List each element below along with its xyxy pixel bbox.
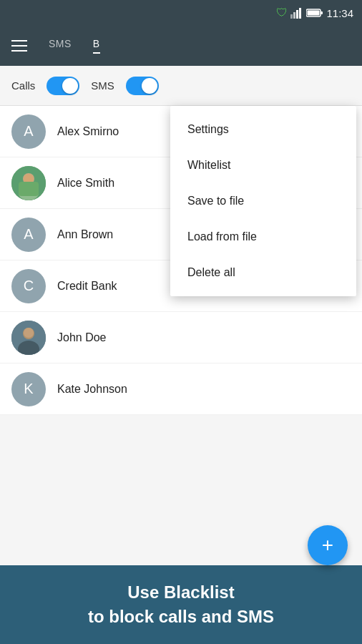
- contact-name-john: John Doe: [57, 331, 107, 344]
- avatar-kate: K: [11, 372, 46, 406]
- avatar-credit: C: [11, 269, 46, 303]
- fab-plus-icon: +: [322, 535, 333, 555]
- svg-point-15: [24, 328, 34, 338]
- svg-rect-3: [299, 8, 301, 19]
- bottom-banner: Use Blacklist to block calls and SMS: [0, 565, 362, 644]
- sms-label: SMS: [91, 79, 114, 92]
- tab-container: SMS B: [49, 38, 100, 54]
- svg-rect-1: [293, 12, 295, 19]
- battery-icon: [306, 8, 323, 18]
- avatar-ann: A: [11, 218, 46, 252]
- menu-item-load[interactable]: Load from file: [170, 219, 356, 255]
- contact-item-kate[interactable]: K Kate Johnson: [0, 364, 362, 415]
- menu-item-settings[interactable]: Settings: [170, 112, 356, 147]
- banner-line2: to block calls and SMS: [88, 607, 274, 626]
- banner-text: Use Blacklist to block calls and SMS: [88, 580, 274, 628]
- avatar-alice: [11, 166, 46, 200]
- banner-line1: Use Blacklist: [127, 582, 234, 602]
- menu-item-whitelist[interactable]: Whitelist: [170, 147, 356, 183]
- signal-icon: [290, 7, 303, 19]
- fab-button[interactable]: +: [308, 525, 348, 565]
- toolbar: SMS B: [0, 26, 362, 66]
- status-bar: 🛡 11:34: [0, 0, 362, 26]
- tab-sms[interactable]: SMS: [49, 38, 72, 54]
- svg-rect-2: [296, 10, 298, 19]
- avatar-alex: A: [11, 114, 46, 149]
- status-icons: 🛡 11:34: [276, 6, 353, 19]
- calls-label: Calls: [11, 79, 35, 92]
- main-content: Calls SMS A Alex Smirno Alice Smith A: [0, 66, 362, 644]
- sms-toggle[interactable]: [126, 77, 159, 95]
- menu-item-save[interactable]: Save to file: [170, 183, 356, 219]
- shield-icon: 🛡: [276, 6, 288, 19]
- contact-name-kate: Kate Johnson: [57, 383, 127, 396]
- toggle-row: Calls SMS: [0, 66, 362, 106]
- status-time: 11:34: [326, 7, 353, 19]
- contact-item-john[interactable]: John Doe: [0, 312, 362, 364]
- contact-name-credit: Credit Bank: [57, 280, 117, 293]
- contact-name-ann: Ann Brown: [57, 228, 113, 241]
- svg-rect-5: [321, 11, 323, 14]
- tab-blacklist[interactable]: B: [93, 38, 100, 54]
- menu-item-delete[interactable]: Delete all: [170, 255, 356, 291]
- avatar-john: [11, 321, 46, 355]
- svg-rect-0: [290, 14, 293, 19]
- hamburger-menu[interactable]: [11, 40, 27, 52]
- svg-rect-6: [308, 11, 320, 16]
- contact-name-alice: Alice Smith: [57, 177, 114, 190]
- contact-name-alex: Alex Smirno: [57, 125, 119, 138]
- calls-toggle[interactable]: [47, 77, 79, 95]
- dropdown-menu: Settings Whitelist Save to file Load fro…: [170, 106, 356, 296]
- svg-rect-11: [19, 182, 39, 196]
